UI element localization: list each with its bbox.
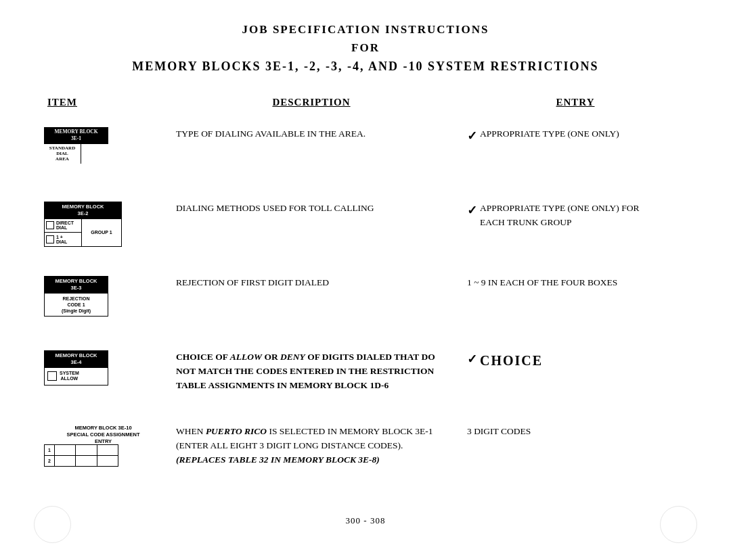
desc-3e3: REJECTION OF FIRST DIGIT DIALED [162,276,460,290]
row-3e1: MEMORY BLOCK3E-1 STANDARDDIALAREA TYPE O… [41,127,690,181]
diagram-3e10: MEMORY BLOCK 3E-10SPECIAL CODE ASSIGNMEN… [44,425,162,467]
diagram-3e10-table: 1 2 [44,444,118,467]
diagram-3e4-header: MEMORY BLOCK3E-4 [44,350,108,368]
title-line2: FOR [41,39,690,57]
diagram-3e10-label-2: 2 [45,456,55,467]
entry-3e10: 3 DIGIT CODES [460,425,690,439]
desc-3e4-choice-of: CHOICE OF [176,352,230,362]
title-line3: MEMORY BLOCKS 3E-1, -2, -3, -4, AND -10 … [41,57,690,76]
entry-3e2-line1: APPROPRIATE TYPE (ONE ONLY) FOR [480,203,639,213]
desc-3e4: CHOICE OF ALLOW OR DENY OF DIGITS DIALED… [162,350,460,393]
diagram-3e2-cell2: 1 +DIAL [45,233,81,246]
row-3e2: MEMORY BLOCK3E-2 DIRECTDIAL 1 +DIAL GROU… [41,202,690,256]
entry-3e3: 1 ~ 9 IN EACH OF THE FOUR BOXES [460,276,690,290]
diagram-3e1-header: MEMORY BLOCK3E-1 [44,127,108,143]
desc-3e4-or: OR [262,352,280,362]
desc-3e4-deny: DENY [280,352,305,362]
deco-circle-right [660,506,697,543]
entry-3e3-text: 1 ~ 9 IN EACH OF THE FOUR BOXES [467,277,617,287]
entry-3e1-text: APPROPRIATE TYPE (ONE ONLY) [480,127,619,141]
entry-3e2: ✓ APPROPRIATE TYPE (ONE ONLY) FOR EACH T… [460,202,690,230]
desc-3e10-replaces: (REPLACES TABLE 32 IN MEMORY BLOCK 3E-8) [176,454,380,465]
entry-3e1: ✓ APPROPRIATE TYPE (ONE ONLY) [460,127,690,146]
diagram-3e3-body: REJECTIONCODE 1(Single Digit) [44,294,108,317]
diagram-3e4: MEMORY BLOCK3E-4 SYSTEMALLOW [44,350,108,386]
diagram-3e10-c2r2 [76,456,97,467]
diagram-3e2-header: MEMORY BLOCK3E-2 [44,202,122,219]
diagram-3e10-c1r2 [55,456,76,467]
title-line1: JOB SPECIFICATION INSTRUCTIONS [41,20,690,39]
title-section: JOB SPECIFICATION INSTRUCTIONS FOR MEMOR… [41,20,690,76]
header-entry: ENTRY [460,97,690,108]
diagram-3e10-row2: 2 [45,456,118,467]
diagram-3e4-body: SYSTEMALLOW [44,368,108,386]
checkbox-1plus-dial [46,235,54,243]
direct-dial-label: DIRECTDIAL [56,220,74,230]
desc-3e1-text: TYPE OF DIALING AVAILABLE IN THE AREA. [176,129,366,139]
entry-3e4-content: ✓ CHOICE [467,350,690,371]
diagram-3e10-row1: 1 [45,445,118,456]
diagram-3e2-cell1: DIRECTDIAL [45,219,81,233]
diagram-3e1: MEMORY BLOCK3E-1 STANDARDDIALAREA [44,127,108,164]
entry-3e1-content: ✓ APPROPRIATE TYPE (ONE ONLY) [467,127,690,146]
desc-3e2-text: DIALING METHODS USED FOR TOLL CALLING [176,203,374,213]
entry-3e4: ✓ CHOICE [460,350,690,371]
row-3e4: MEMORY BLOCK3E-4 SYSTEMALLOW CHOICE OF A… [41,350,690,404]
diagram-3e2-left: DIRECTDIAL 1 +DIAL [45,219,82,246]
row-3e10: MEMORY BLOCK 3E-10SPECIAL CODE ASSIGNMEN… [41,425,690,479]
diagram-3e10-header: MEMORY BLOCK 3E-10SPECIAL CODE ASSIGNMEN… [44,425,162,444]
desc-3e10: WHEN PUERTO RICO IS SELECTED IN MEMORY B… [162,425,460,467]
item-3e2: MEMORY BLOCK3E-2 DIRECTDIAL 1 +DIAL GROU… [41,202,162,247]
diagram-3e10-c3r2 [97,456,118,467]
checkbox-direct-dial [46,221,54,229]
desc-3e2: DIALING METHODS USED FOR TOLL CALLING [162,202,460,216]
diagram-3e4-label: SYSTEMALLOW [60,371,79,382]
diagram-3e1-label: STANDARDDIALAREA [44,144,81,164]
diagram-3e10-c1r1 [55,445,76,456]
entry-3e4-text: CHOICE [480,350,543,371]
diagram-3e3: MEMORY BLOCK3E-3 REJECTIONCODE 1(Single … [44,276,108,317]
row-3e3: MEMORY BLOCK3E-3 REJECTIONCODE 1(Single … [41,276,690,330]
entry-3e2-line2: EACH TRUNK GROUP [480,217,572,227]
footer: 300 - 308 [0,515,731,526]
header-item: ITEM [41,97,162,108]
one-plus-dial-label: 1 +DIAL [56,235,67,244]
diagram-3e2-body: DIRECTDIAL 1 +DIAL GROUP 1 [44,219,122,247]
diagram-3e1-body: STANDARDDIALAREA [44,143,108,164]
diagram-3e10-label-1: 1 [45,445,55,456]
diagram-3e10-c2r1 [76,445,97,456]
diagram-3e2-group: GROUP 1 [82,219,121,246]
diagram-3e10-c3r1 [97,445,118,456]
item-3e4: MEMORY BLOCK3E-4 SYSTEMALLOW [41,350,162,386]
checkmark-3e4: ✓ [467,350,477,369]
desc-3e10-when: WHEN [176,426,206,436]
page: JOB SPECIFICATION INSTRUCTIONS FOR MEMOR… [0,0,731,560]
desc-3e3-text: REJECTION OF FIRST DIGIT DIALED [176,277,329,287]
diagram-3e4-checkbox [47,371,57,381]
entry-3e2-content: ✓ APPROPRIATE TYPE (ONE ONLY) FOR EACH T… [467,202,690,230]
header-description: DESCRIPTION [162,97,460,108]
desc-3e1: TYPE OF DIALING AVAILABLE IN THE AREA. [162,127,460,141]
entry-3e2-text: APPROPRIATE TYPE (ONE ONLY) FOR EACH TRU… [480,202,639,230]
checkmark-3e1: ✓ [467,127,477,146]
page-number: 300 - 308 [346,515,386,526]
desc-3e4-allow: ALLOW [230,352,262,362]
desc-3e10-puerto-rico: PUERTO RICO [206,426,267,436]
entry-3e10-text: 3 DIGIT CODES [467,426,531,436]
diagram-3e2: MEMORY BLOCK3E-2 DIRECTDIAL 1 +DIAL GROU… [44,202,162,247]
deco-circle-left [34,506,71,543]
diagram-3e3-header: MEMORY BLOCK3E-3 [44,276,108,294]
item-3e10: MEMORY BLOCK 3E-10SPECIAL CODE ASSIGNMEN… [41,425,162,467]
diagram-3e1-value [81,144,108,164]
item-3e1: MEMORY BLOCK3E-1 STANDARDDIALAREA [41,127,162,164]
item-3e3: MEMORY BLOCK3E-3 REJECTIONCODE 1(Single … [41,276,162,317]
checkmark-3e2: ✓ [467,202,477,220]
column-headers: ITEM DESCRIPTION ENTRY [41,97,690,114]
